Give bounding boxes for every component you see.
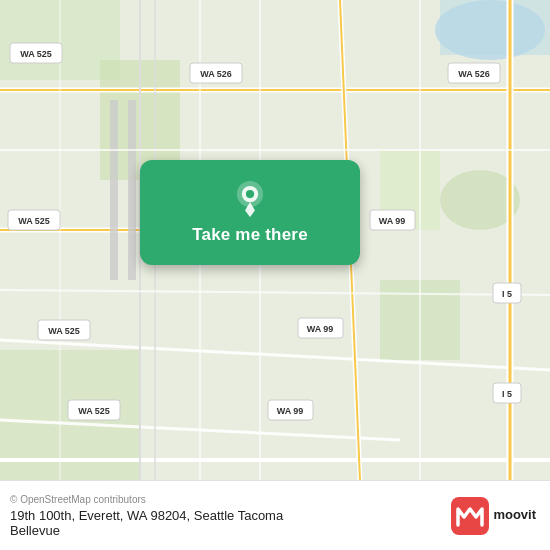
button-label: Take me there [192,225,308,245]
svg-text:WA 99: WA 99 [277,406,304,416]
map-container: WA 525 WA 526 WA 526 WA 525 WA 99 WA 525… [0,0,550,480]
svg-rect-22 [110,100,118,280]
svg-text:WA 526: WA 526 [200,69,232,79]
svg-rect-2 [440,0,550,55]
svg-text:WA 525: WA 525 [78,406,110,416]
svg-text:WA 99: WA 99 [307,324,334,334]
moovit-logo: moovit [451,497,536,535]
moovit-icon [451,497,489,535]
moovit-text-block: moovit [493,508,536,522]
svg-text:WA 99: WA 99 [379,216,406,226]
svg-point-54 [246,190,254,198]
copyright-text: © OpenStreetMap contributors [10,494,283,505]
svg-rect-23 [128,100,136,280]
svg-text:WA 525: WA 525 [20,49,52,59]
svg-text:WA 525: WA 525 [48,326,80,336]
svg-text:WA 525: WA 525 [18,216,50,226]
address-text: 19th 100th, Everett, WA 98204, Seattle T… [10,508,283,538]
svg-text:WA 526: WA 526 [458,69,490,79]
svg-text:I 5: I 5 [502,289,512,299]
take-me-there-button[interactable]: Take me there [140,160,360,265]
bottom-bar: © OpenStreetMap contributors 19th 100th,… [0,480,550,550]
address-section: © OpenStreetMap contributors 19th 100th,… [10,494,283,538]
svg-text:I 5: I 5 [502,389,512,399]
location-pin-icon [232,181,268,217]
